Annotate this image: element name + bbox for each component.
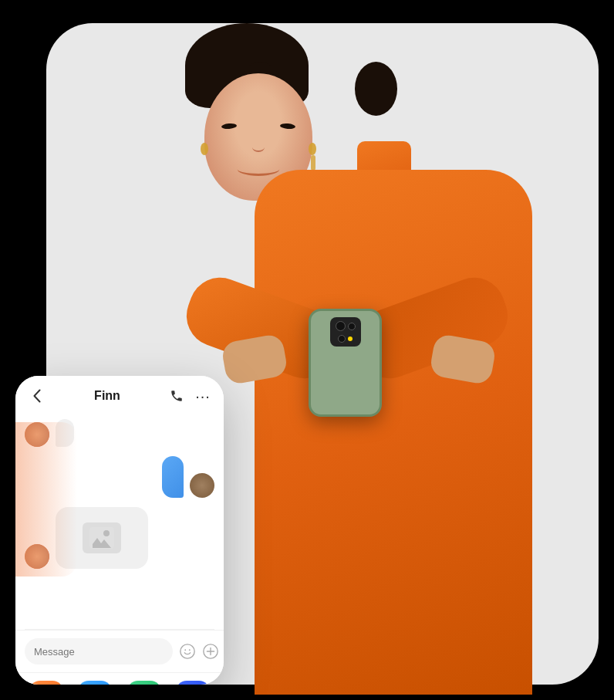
image-placeholder-icon xyxy=(83,522,121,553)
more-options-icon[interactable]: ··· xyxy=(194,387,211,404)
shoot-icon-wrap xyxy=(78,681,112,685)
phone-header: Finn ··· xyxy=(15,376,224,413)
file-icon-wrap xyxy=(176,681,210,685)
svg-point-2 xyxy=(180,644,194,658)
phone-mockup: Finn ··· xyxy=(15,376,224,685)
header-icons: ··· xyxy=(168,387,211,404)
avatar-contact-2 xyxy=(25,544,49,569)
photo-icon-wrap xyxy=(29,681,63,685)
image-bubble xyxy=(56,507,148,569)
avatar-contact xyxy=(25,422,49,447)
bottom-toolbar: Photo Shoot Voi xyxy=(15,672,224,685)
toolbar-item-file[interactable]: File xyxy=(176,681,210,685)
input-area xyxy=(15,630,224,672)
add-attachment-button[interactable] xyxy=(202,641,219,662)
svg-point-4 xyxy=(189,649,191,651)
message-input[interactable] xyxy=(25,638,173,664)
toolbar-item-voice-call[interactable]: Voice Call xyxy=(127,681,160,685)
toolbar-item-photo[interactable]: Photo xyxy=(29,681,63,685)
back-button[interactable] xyxy=(28,387,46,405)
call-icon-wrap xyxy=(127,681,161,685)
chat-area xyxy=(15,413,224,629)
svg-point-3 xyxy=(184,649,186,651)
emoji-button[interactable] xyxy=(179,641,196,662)
svg-point-1 xyxy=(103,530,110,536)
message-received-image xyxy=(25,507,214,569)
message-sent-1 xyxy=(25,456,214,498)
toolbar-item-shoot[interactable]: Shoot xyxy=(78,681,112,685)
bubble-sent-1 xyxy=(162,456,184,498)
phone-call-icon[interactable] xyxy=(168,387,185,404)
message-received-1 xyxy=(25,419,214,447)
contact-name: Finn xyxy=(94,389,120,403)
bubble-received-1 xyxy=(56,419,74,447)
avatar-user xyxy=(190,473,214,498)
